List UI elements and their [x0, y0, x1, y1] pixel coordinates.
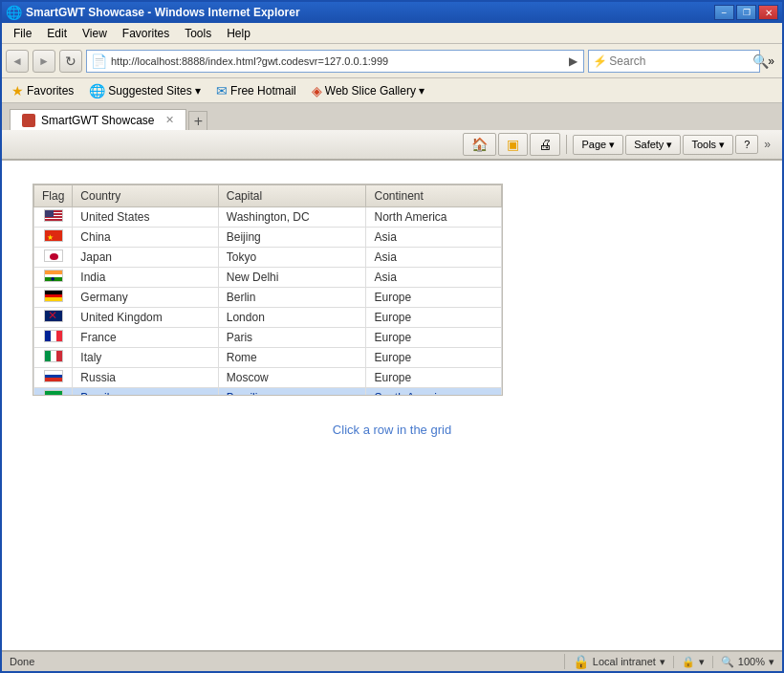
new-tab-button[interactable]: + — [188, 111, 207, 130]
page-button[interactable]: 🏠 — [463, 133, 496, 156]
continent-cell: Europe — [366, 308, 502, 328]
flag-fr — [44, 330, 63, 342]
page-dropdown-button[interactable]: Page ▾ — [573, 135, 623, 155]
grid-header-country[interactable]: Country — [73, 185, 218, 207]
grid-header-capital[interactable]: Capital — [218, 185, 366, 207]
table-row[interactable]: GermanyBerlinEurope — [34, 288, 502, 308]
more-tools-button[interactable]: » — [764, 53, 778, 70]
close-button[interactable]: ✕ — [758, 5, 778, 20]
app-icon: 🌐 — [6, 5, 22, 20]
grid-header-continent[interactable]: Continent — [366, 185, 502, 207]
table-row[interactable]: BrazilBrasiliaSouth America — [34, 388, 502, 396]
menu-item-file[interactable]: File — [6, 25, 39, 42]
search-input[interactable] — [609, 54, 752, 68]
table-row[interactable]: ItalyRomeEurope — [34, 348, 502, 368]
tools-button[interactable]: Tools ▾ — [683, 135, 733, 155]
menu-item-help[interactable]: Help — [219, 25, 258, 42]
menu-item-edit[interactable]: Edit — [39, 25, 75, 42]
country-cell: Russia — [73, 368, 218, 388]
table-row[interactable]: JapanTokyoAsia — [34, 248, 502, 268]
main-content: FlagCountryCapitalContinent United State… — [2, 161, 782, 650]
table-row[interactable]: ChinaBeijingAsia — [34, 228, 502, 248]
menu-bar: FileEditViewFavoritesToolsHelp — [2, 23, 782, 44]
grid-header: FlagCountryCapitalContinent — [34, 185, 502, 207]
more-options-button[interactable]: » — [760, 135, 774, 154]
tab-bar: SmartGWT Showcase ✕ + — [2, 103, 782, 130]
address-go-button[interactable]: ▶ — [567, 54, 579, 68]
help-button[interactable]: ? — [735, 135, 758, 154]
continent-cell: Europe — [366, 368, 502, 388]
hotmail-button[interactable]: ✉ Free Hotmail — [210, 81, 302, 100]
address-bar: 📄 ▶ — [86, 50, 584, 73]
menu-item-view[interactable]: View — [75, 25, 115, 42]
flag-cell — [34, 308, 73, 328]
active-tab[interactable]: SmartGWT Showcase ✕ — [10, 109, 186, 130]
zoom-icon: 🔍 — [721, 656, 734, 668]
back-button[interactable]: ◄ — [6, 50, 29, 73]
nav-bar: ◄ ► ↻ 📄 ▶ ⚡ 🔍 » — [2, 44, 782, 78]
data-grid: FlagCountryCapitalContinent United State… — [33, 185, 502, 395]
flag-br — [44, 390, 63, 395]
print-icon: 🖨 — [538, 137, 552, 152]
table-row[interactable]: FranceParisEurope — [34, 328, 502, 348]
flag-ru — [44, 370, 63, 382]
table-row[interactable]: IndiaNew DelhiAsia — [34, 268, 502, 288]
grid-header-row: FlagCountryCapitalContinent — [34, 185, 502, 207]
favorites-button[interactable]: ★ Favorites — [6, 81, 79, 100]
flag-cell — [34, 368, 73, 388]
country-cell: Japan — [73, 248, 218, 268]
zone-dropdown-icon[interactable]: ▾ — [660, 656, 665, 668]
menu-item-favorites[interactable]: Favorites — [115, 25, 177, 42]
title-bar: 🌐 SmartGWT Showcase - Windows Internet E… — [2, 2, 782, 23]
capital-cell: Berlin — [218, 288, 366, 308]
flag-cell — [34, 388, 73, 396]
grid-header-flag[interactable]: Flag — [34, 185, 73, 207]
flag-jp — [44, 250, 63, 262]
favorites-star-icon: ★ — [11, 83, 24, 98]
grid-body: United StatesWashington, DCNorth America… — [34, 207, 502, 396]
flag-it — [44, 350, 63, 362]
country-cell: Germany — [73, 288, 218, 308]
web-slice-icon: ◈ — [312, 83, 322, 98]
print-button[interactable]: 🖨 — [530, 133, 560, 156]
country-cell: Brazil — [73, 388, 218, 396]
page-icon: 🏠 — [471, 137, 488, 152]
capital-cell: New Delhi — [218, 268, 366, 288]
country-cell: United Kingdom — [73, 308, 218, 328]
suggested-sites-button[interactable]: 🌐 Suggested Sites ▾ — [83, 81, 207, 100]
continent-cell: Asia — [366, 228, 502, 248]
zoom-dropdown[interactable]: ▾ — [769, 656, 774, 668]
forward-button[interactable]: ► — [33, 50, 55, 73]
flag-cell — [34, 207, 73, 228]
flag-cell — [34, 268, 73, 288]
favorites-bar: ★ Favorites 🌐 Suggested Sites ▾ ✉ Free H… — [2, 78, 782, 103]
page-label: Page ▾ — [581, 139, 615, 151]
continent-cell: South America — [366, 388, 502, 396]
toolbar: 🏠 ▣ 🖨 Page ▾ Safety ▾ Tools ▾ ? » — [2, 130, 782, 161]
flag-cell — [34, 328, 73, 348]
table-row[interactable]: RussiaMoscowEurope — [34, 368, 502, 388]
address-input[interactable] — [111, 55, 567, 67]
web-slice-button[interactable]: ◈ Web Slice Gallery ▾ — [306, 81, 430, 100]
search-box: ⚡ 🔍 — [588, 50, 760, 73]
tools-label: Tools ▾ — [691, 139, 725, 151]
capital-cell: Beijing — [218, 228, 366, 248]
tab-close-icon[interactable]: ✕ — [165, 114, 174, 126]
title-bar-buttons: − ❐ ✕ — [714, 5, 778, 20]
click-message: Click a row in the grid — [17, 423, 767, 437]
security-dropdown[interactable]: ▾ — [699, 656, 705, 668]
security-icon: 🔒 — [682, 656, 695, 668]
tab-label: SmartGWT Showcase — [41, 114, 154, 127]
table-row[interactable]: United KingdomLondonEurope — [34, 308, 502, 328]
browser-window: 🌐 SmartGWT Showcase - Windows Internet E… — [0, 0, 784, 673]
rss-button[interactable]: ▣ — [498, 133, 528, 156]
restore-button[interactable]: ❐ — [736, 5, 756, 20]
safety-button[interactable]: Safety ▾ — [625, 135, 681, 155]
table-row[interactable]: United StatesWashington, DCNorth America — [34, 207, 502, 228]
grid-scroll-area[interactable]: FlagCountryCapitalContinent United State… — [33, 185, 502, 395]
minimize-button[interactable]: − — [714, 5, 734, 20]
menu-item-tools[interactable]: Tools — [177, 25, 219, 42]
rss-icon: ▣ — [507, 137, 519, 152]
country-cell: France — [73, 328, 218, 348]
refresh-button[interactable]: ↻ — [59, 50, 82, 73]
